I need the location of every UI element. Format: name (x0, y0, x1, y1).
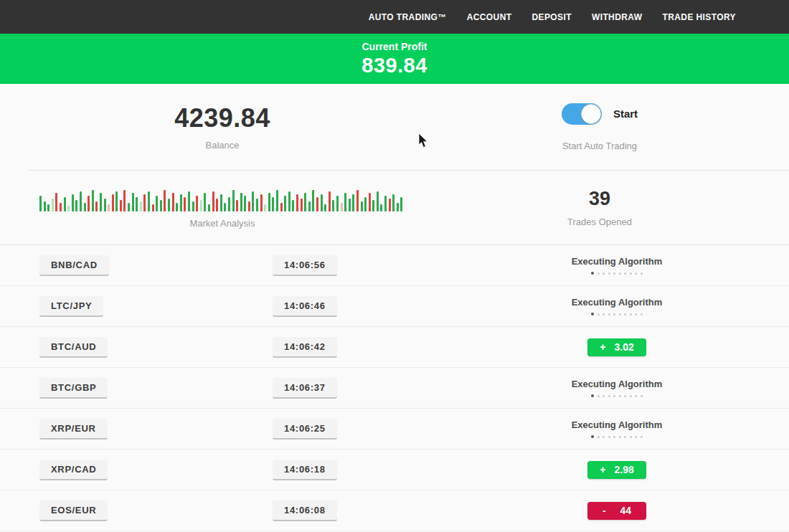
pair-chip[interactable]: XRP/EUR (39, 419, 108, 440)
market-bar (140, 201, 142, 212)
progress-dot (608, 272, 610, 275)
market-bar (316, 197, 318, 212)
market-bar (120, 200, 122, 212)
market-bar (384, 196, 387, 212)
progress-dot (603, 436, 605, 438)
time-chip[interactable]: 14:06:18 (273, 460, 337, 480)
market-bar (329, 191, 331, 212)
market-bar (212, 191, 214, 212)
market-bar (100, 193, 102, 212)
auto-trading-toggle[interactable] (562, 103, 602, 125)
progress-dot (630, 313, 632, 315)
market-bar (88, 196, 90, 212)
progress-dot (603, 272, 605, 275)
progress-dot (608, 395, 610, 397)
nav-item-deposit[interactable]: DEPOSIT (531, 12, 571, 22)
progress-dot (597, 395, 600, 397)
balance-block: 4239.84 Balance (0, 84, 445, 170)
market-analysis-label: Market Analysis (189, 218, 255, 229)
market-bar (148, 191, 150, 212)
market-bar (224, 203, 226, 212)
market-bar (232, 190, 235, 212)
market-bar (280, 203, 283, 212)
market-bar (143, 194, 146, 212)
market-bar (284, 196, 286, 212)
market-bar (244, 196, 246, 212)
market-bar (264, 204, 266, 212)
progress-dot (597, 272, 600, 275)
progress-dot (613, 272, 615, 275)
market-bar (196, 196, 198, 212)
progress-dots (591, 313, 643, 315)
market-bar (192, 201, 194, 212)
status-executing: Executing Algorithm (572, 419, 663, 438)
market-bar (377, 191, 379, 212)
pair-chip[interactable]: LTC/JPY (39, 296, 103, 317)
time-chip[interactable]: 14:06:25 (273, 419, 337, 440)
executing-label: Executing Algorithm (572, 419, 663, 430)
progress-dot (641, 313, 643, 315)
profit-badge: + 2.98 (587, 461, 646, 479)
market-bar (75, 200, 77, 212)
market-bar (208, 204, 210, 212)
market-bar (180, 194, 182, 212)
time-chip[interactable]: 14:06:46 (273, 296, 337, 317)
profit-badge: + 3.02 (587, 338, 646, 356)
market-bar (108, 204, 110, 212)
progress-dot (641, 395, 643, 397)
nav-item-withdraw[interactable]: WITHDRAW (592, 12, 643, 22)
market-bar (39, 196, 42, 212)
market-bar (220, 194, 222, 212)
progress-dot (630, 272, 632, 275)
market-bar (136, 197, 138, 212)
time-chip[interactable]: 14:06:08 (273, 500, 337, 521)
market-bar (95, 201, 98, 212)
progress-dots (591, 272, 643, 275)
balance-value: 4239.84 (174, 103, 270, 133)
progress-dot (635, 436, 637, 438)
executing-label: Executing Algorithm (572, 379, 663, 389)
progress-dot (630, 395, 632, 397)
badge-value: 3.02 (614, 341, 633, 353)
market-bar (184, 197, 186, 212)
market-bar (301, 199, 303, 212)
nav-item-trade-history[interactable]: TRADE HISTORY (662, 12, 736, 22)
progress-dot (603, 313, 605, 315)
progress-dot (591, 313, 594, 315)
status-executing: Executing Algorithm (572, 297, 663, 315)
top-nav: AUTO TRADING™ ACCOUNT DEPOSIT WITHDRAW T… (0, 0, 789, 34)
table-row: LTC/JPY 14:06:46 Executing Algorithm (0, 286, 789, 327)
progress-dot (591, 394, 594, 397)
market-bar (188, 191, 190, 212)
time-chip[interactable]: 14:06:42 (273, 337, 337, 358)
time-chip[interactable]: 14:06:56 (273, 255, 337, 276)
nav-item-auto-trading[interactable]: AUTO TRADING™ (369, 12, 447, 22)
pair-chip[interactable]: XRP/CAD (39, 460, 108, 480)
progress-dot (635, 395, 637, 397)
badge-sign: + (600, 341, 605, 353)
market-bar (296, 194, 298, 212)
nav-item-account[interactable]: ACCOUNT (467, 12, 512, 22)
pair-chip[interactable]: BTC/AUD (39, 337, 108, 358)
market-bar (240, 193, 242, 212)
auto-trading-block: Start Start Auto Trading (445, 84, 789, 170)
stats-row-balance: 4239.84 Balance Start Start Auto Trading (0, 84, 789, 170)
progress-dot (608, 313, 610, 315)
progress-dot (619, 313, 621, 315)
market-bar (72, 194, 74, 212)
market-bar (332, 200, 334, 212)
progress-dot (619, 395, 621, 397)
market-bar (176, 203, 178, 212)
table-row: EOS/EUR 14:06:08 - 44 (0, 490, 789, 531)
loss-badge: - 44 (587, 502, 646, 520)
pair-chip[interactable]: BNB/CAD (39, 255, 109, 276)
pair-chip[interactable]: EOS/EUR (39, 500, 108, 521)
table-row: BTC/GBP 14:06:37 Executing Algorithm (0, 368, 789, 409)
market-bar (308, 201, 311, 212)
market-bar (156, 196, 158, 212)
time-chip[interactable]: 14:06:37 (273, 378, 337, 399)
status-executing: Executing Algorithm (572, 256, 663, 275)
market-bar (252, 191, 254, 212)
progress-dot (641, 272, 643, 275)
pair-chip[interactable]: BTC/GBP (39, 378, 108, 399)
